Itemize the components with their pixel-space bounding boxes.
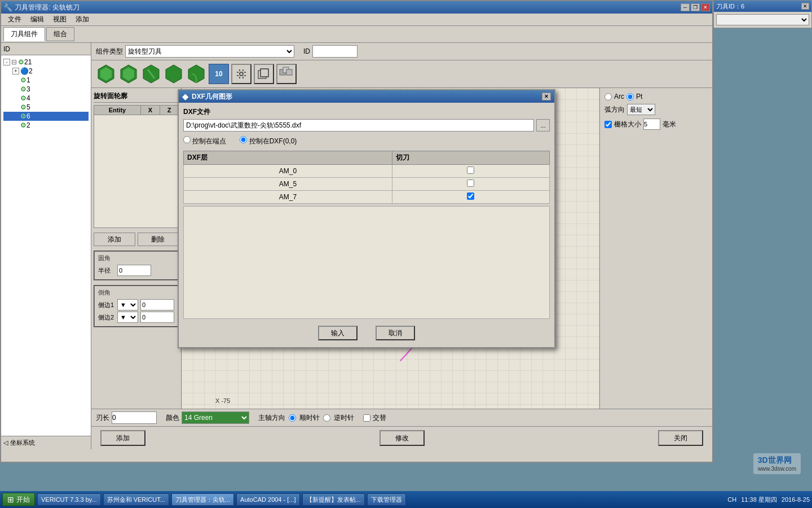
color-label: 颜色 [166, 413, 179, 423]
tree-item-2-branch[interactable]: + 🔵 2 [3, 67, 89, 76]
coordinate-system[interactable]: ◁ 坐标系统 [1, 436, 91, 449]
tree-item-1[interactable]: ⚙ 1 [3, 76, 89, 85]
taskbar-item-suzhoujinhe[interactable]: 苏州金和 VERICUT... [103, 493, 169, 506]
dxf-table-row-0: AM_0 [184, 165, 550, 178]
tree-area[interactable]: - ⊟ ⚙ 21 + 🔵 2 ⚙ 1 [1, 55, 91, 436]
dxf-import-button[interactable]: 输入 [318, 326, 358, 340]
side2-select[interactable]: ▼ [117, 312, 138, 323]
tree-item-4[interactable]: ⚙ 4 [3, 94, 89, 103]
start-button[interactable]: ⊞ 开始 [2, 493, 35, 506]
dxf-close-button[interactable]: ✕ [542, 93, 551, 100]
clockwise-radio[interactable] [289, 414, 296, 422]
menu-file[interactable]: 文件 [3, 14, 26, 25]
second-window-title: 刀具ID：6 ✕ [714, 1, 811, 12]
alternate-row: 交替 [363, 413, 386, 423]
menu-view[interactable]: 视图 [48, 14, 71, 25]
id-input[interactable] [312, 45, 358, 58]
add-button[interactable]: 添加 [100, 430, 145, 446]
color-select[interactable]: 14 Green [182, 411, 249, 424]
browse-button[interactable]: ... [536, 119, 550, 132]
table-row-empty [94, 115, 179, 228]
comp-type-select[interactable]: 旋转型刀具 [125, 45, 294, 58]
counterclockwise-radio[interactable] [323, 414, 330, 422]
time-label: 11:38 星期四 [741, 496, 777, 504]
tool-icon-2[interactable] [118, 64, 139, 84]
menu-edit[interactable]: 编辑 [26, 14, 48, 25]
grid-checkbox[interactable] [604, 121, 612, 128]
taskbar-item-forum[interactable]: 【新提醒】发表帖... [302, 493, 365, 506]
tree-item-2-leaf[interactable]: ⚙ 2 [3, 121, 89, 130]
taskbar: ⊞ 开始 VERICUT 7.3.3 by... 苏州金和 VERICUT...… [0, 491, 812, 508]
right-options-panel: Arc Pt 弧方向 最短 栅格大小 [599, 88, 712, 409]
chamfer-section: 倒角 侧边1 ▼ 侧边2 ▼ [94, 285, 179, 327]
dxf-empty-area [183, 206, 550, 319]
dxf-table-row-1: AM_5 [184, 178, 550, 191]
coordinate-label: X -75 [215, 397, 230, 404]
tool-icon-copy[interactable] [254, 64, 274, 84]
dxf-check-am5-cell [392, 178, 549, 191]
profile-panel-title: 旋转面轮廓 [94, 90, 179, 103]
side2-row: 侧边2 ▼ [98, 312, 174, 323]
control-dxf-origin-radio[interactable] [240, 136, 247, 143]
icon-toolbar: 10 [91, 60, 712, 88]
second-window-close[interactable]: ✕ [801, 3, 809, 10]
side2-input[interactable] [140, 312, 174, 323]
tree-item-21[interactable]: - ⊟ ⚙ 21 [3, 58, 89, 67]
delete-profile-button[interactable]: 删除 [138, 233, 179, 246]
pt-label: Pt [636, 93, 642, 100]
side1-input[interactable] [140, 299, 174, 310]
collapse-btn-2[interactable]: + [12, 68, 19, 75]
taskbar-right: CH 11:38 星期四 2016-8-25 [727, 496, 810, 504]
arc-dir-select[interactable]: 最短 [627, 104, 655, 115]
side1-label: 侧边1 [98, 301, 115, 309]
side1-select[interactable]: ▼ [117, 299, 138, 310]
lang-label: CH [727, 496, 736, 503]
blade-length-input[interactable] [112, 411, 157, 424]
add-profile-button[interactable]: 添加 [94, 233, 135, 246]
dxf-check-am5[interactable] [467, 179, 474, 187]
tab-tool-components[interactable]: 刀具组件 [3, 27, 45, 41]
control-endpoints-radio[interactable] [183, 136, 191, 143]
second-window-select[interactable] [716, 14, 809, 25]
taskbar-item-downloader[interactable]: 下载管理器 [367, 493, 406, 506]
collapse-btn-21[interactable]: - [3, 59, 10, 65]
tab-combination[interactable]: 组合 [46, 27, 74, 41]
modify-button[interactable]: 修改 [379, 430, 425, 446]
dxf-layer-am7: AM_7 [184, 191, 392, 204]
tool-icon-gear[interactable] [231, 64, 251, 84]
tool-icon-3d[interactable] [276, 64, 297, 84]
minimize-button[interactable]: ─ [681, 3, 690, 11]
tool-icon-4[interactable] [164, 64, 184, 84]
dxf-check-am7[interactable] [467, 192, 474, 200]
tool-icon-1[interactable] [96, 64, 116, 84]
taskbar-item-tool-manager[interactable]: 刀具管理器：尖轨... [171, 493, 234, 506]
restore-button[interactable]: ❐ [691, 3, 700, 11]
svg-rect-8 [242, 69, 244, 71]
svg-rect-22 [286, 69, 292, 75]
dxf-col-layer: DXF层 [184, 151, 392, 165]
taskbar-item-autocad[interactable]: AutoCAD 2004 - [...] [236, 493, 299, 506]
close-button[interactable]: ✕ [701, 3, 710, 11]
dxf-cancel-button[interactable]: 取消 [376, 326, 415, 340]
tree-item-3[interactable]: ⚙ 3 [3, 85, 89, 94]
tool-icon-num[interactable]: 10 [209, 64, 229, 84]
grid-size-row: 栅格大小 毫米 [604, 119, 708, 130]
taskbar-item-vericut[interactable]: VERICUT 7.3.3 by... [37, 493, 101, 506]
grid-size-input[interactable] [643, 119, 660, 130]
tree-item-6[interactable]: ⚙ 6 [3, 112, 89, 121]
alternate-checkbox[interactable] [363, 414, 370, 422]
menu-add[interactable]: 添加 [71, 14, 94, 25]
close-main-button[interactable]: 关闭 [658, 430, 703, 446]
tool-icon-3[interactable] [141, 64, 161, 84]
tree-item-5[interactable]: ⚙ 5 [3, 103, 89, 112]
tool-icon-5[interactable] [186, 64, 206, 84]
pt-radio[interactable] [626, 93, 634, 100]
tab-bar: 刀具组件 组合 [1, 26, 712, 43]
control-dxf-origin-label: 控制在DXF(0,0) [249, 137, 297, 145]
file-path-input[interactable] [183, 119, 534, 132]
svg-rect-13 [244, 72, 246, 73]
dxf-check-am0[interactable] [467, 167, 474, 174]
alternate-label: 交替 [373, 413, 386, 423]
arc-radio[interactable] [604, 93, 612, 100]
radius-input[interactable] [117, 265, 151, 276]
